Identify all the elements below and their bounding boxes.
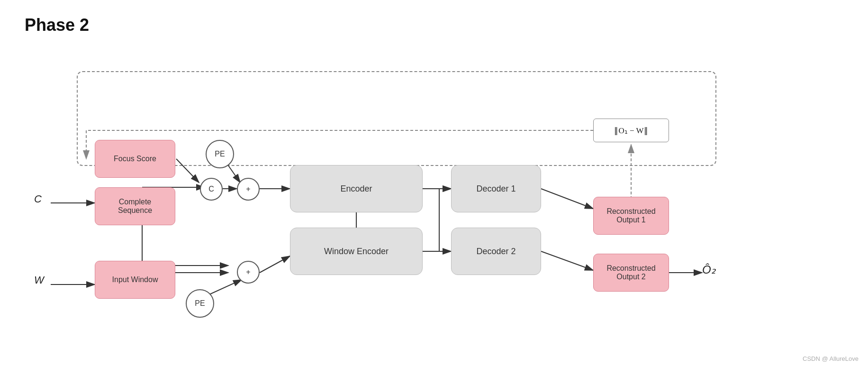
svg-line-4 xyxy=(176,159,199,183)
window-encoder-box: Window Encoder xyxy=(290,228,423,275)
diagram-container: C W Focus Score PE C + CompleteSequence … xyxy=(25,57,849,346)
complete-sequence-box: CompleteSequence xyxy=(95,187,175,225)
decoder2-box: Decoder 2 xyxy=(451,228,541,275)
label-c: C xyxy=(34,193,42,205)
encoder-box: Encoder xyxy=(290,165,423,212)
formula-box: ‖O₁ − W‖ xyxy=(593,119,669,142)
watermark: CSDN @ AllureLove xyxy=(803,355,859,362)
concat-circle: C xyxy=(200,178,223,201)
svg-line-21 xyxy=(541,189,593,209)
pe-top-circle: PE xyxy=(206,140,234,168)
plus-top-circle: + xyxy=(237,178,260,201)
reconstructed-output2-box: ReconstructedOutput 2 xyxy=(593,254,669,292)
svg-line-14 xyxy=(260,256,290,273)
decoder1-box: Decoder 1 xyxy=(451,165,541,212)
label-o2hat: Ô₂ xyxy=(702,263,716,276)
page-title: Phase 2 xyxy=(25,15,89,35)
svg-line-22 xyxy=(541,251,593,270)
input-window-box: Input Window xyxy=(95,261,175,299)
focus-score-box: Focus Score xyxy=(95,140,175,178)
pe-bottom-circle: PE xyxy=(186,289,214,318)
plus-bottom-circle: + xyxy=(237,261,260,284)
reconstructed-output1-box: ReconstructedOutput 1 xyxy=(593,197,669,235)
label-w: W xyxy=(34,274,44,286)
